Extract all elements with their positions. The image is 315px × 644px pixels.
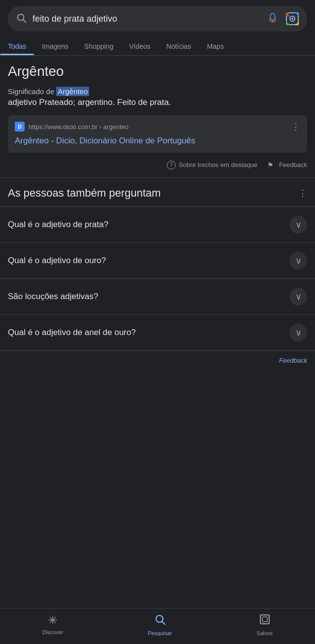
search-query: feito de prata adjetivo — [32, 14, 260, 24]
source-info: D https://www.dicio.com.br › argenteo — [15, 122, 128, 132]
svg-rect-17 — [260, 615, 269, 624]
nav-salvos-label: Salvos — [256, 630, 273, 636]
flag-icon: ⚑ — [267, 161, 276, 169]
paa-item-2[interactable]: Qual é o adjetivo de ouro? ∨ — [0, 242, 315, 278]
svg-line-16 — [162, 622, 165, 625]
bottom-feedback-area: Feedback — [0, 351, 315, 370]
tab-videos[interactable]: Vídeos — [121, 37, 158, 55]
paa-question-3: São locuções adjetivas? — [8, 292, 289, 302]
nav-pesquisar-label: Pesquisar — [148, 630, 172, 636]
voice-icon[interactable] — [266, 12, 280, 26]
paa-chevron-4: ∨ — [289, 324, 307, 341]
paa-item-3[interactable]: São locuções adjetivas? ∨ — [0, 278, 315, 314]
nav-discover[interactable]: ✳ Discover — [42, 613, 63, 636]
google-lens-icon[interactable] — [285, 12, 299, 26]
search-nav-icon — [154, 613, 166, 628]
tab-maps[interactable]: Maps — [199, 37, 231, 55]
paa-question-1: Qual é o adjetivo de prata? — [8, 220, 289, 230]
nav-pesquisar[interactable]: Pesquisar — [148, 613, 172, 636]
search-tabs: Todas Imagens Shopping Vídeos Notícias M… — [0, 37, 315, 56]
nav-salvos[interactable]: Salvos — [256, 613, 273, 636]
sobre-trechos-button[interactable]: ? Sobre trechos em destaque — [167, 161, 257, 169]
paa-chevron-2: ∨ — [289, 252, 307, 270]
source-menu-icon[interactable]: ⋮ — [291, 121, 300, 132]
paa-menu-icon[interactable]: ⋮ — [298, 188, 307, 199]
result-section: Argênteo Significado de Argênteo adjetiv… — [0, 56, 315, 153]
paa-item-4[interactable]: Qual é o adjetivo de anel de ouro? ∨ — [0, 314, 315, 351]
definition-label: Significado de Argênteo — [8, 87, 307, 96]
tab-todas[interactable]: Todas — [0, 37, 34, 55]
svg-point-2 — [270, 13, 275, 20]
svg-point-6 — [291, 18, 293, 20]
svg-rect-18 — [262, 617, 267, 622]
nav-discover-label: Discover — [42, 629, 63, 635]
bottom-nav: ✳ Discover Pesquisar Salvos — [0, 608, 315, 644]
salvos-icon — [259, 613, 271, 628]
source-card: D https://www.dicio.com.br › argenteo ⋮ … — [8, 115, 307, 153]
feedback-row: ? Sobre trechos em destaque ⚑ Feedback — [0, 156, 315, 177]
bottom-feedback-button[interactable]: Feedback — [279, 357, 307, 364]
paa-chevron-1: ∨ — [289, 216, 307, 234]
paa-title: As pessoas também perguntam — [8, 187, 161, 200]
source-row: D https://www.dicio.com.br › argenteo ⋮ — [15, 121, 300, 132]
tab-noticias[interactable]: Notícias — [158, 37, 199, 55]
search-bar[interactable]: feito de prata adjetivo — [8, 6, 307, 32]
feedback-label: Feedback — [279, 161, 307, 169]
paa-section: As pessoas também perguntam ⋮ Qual é o a… — [0, 178, 315, 351]
definition-word: Argênteo — [56, 87, 89, 96]
discover-icon: ✳ — [48, 613, 58, 627]
feedback-button[interactable]: ⚑ Feedback — [267, 161, 307, 169]
paa-header: As pessoas também perguntam ⋮ — [0, 178, 315, 206]
nav-spacer — [0, 370, 315, 409]
source-url: https://www.dicio.com.br › argenteo — [29, 123, 128, 131]
paa-question-4: Qual é o adjetivo de anel de ouro? — [8, 328, 289, 338]
info-icon: ? — [167, 161, 176, 169]
svg-line-1 — [23, 20, 26, 22]
result-title: Argênteo — [8, 64, 307, 79]
definition-text: adjetivo Prateado; argentino. Feito de p… — [8, 98, 307, 107]
tab-shopping[interactable]: Shopping — [76, 37, 121, 55]
source-link[interactable]: Argênteo - Dicio, Dicionário Online de P… — [15, 135, 300, 147]
source-favicon: D — [15, 122, 25, 132]
sobre-label: Sobre trechos em destaque — [179, 161, 257, 169]
search-icon — [16, 12, 27, 26]
paa-question-2: Qual é o adjetivo de ouro? — [8, 256, 289, 266]
paa-chevron-3: ∨ — [289, 288, 307, 305]
tab-imagens[interactable]: Imagens — [34, 37, 76, 55]
paa-item-1[interactable]: Qual é o adjetivo de prata? ∨ — [0, 206, 315, 242]
